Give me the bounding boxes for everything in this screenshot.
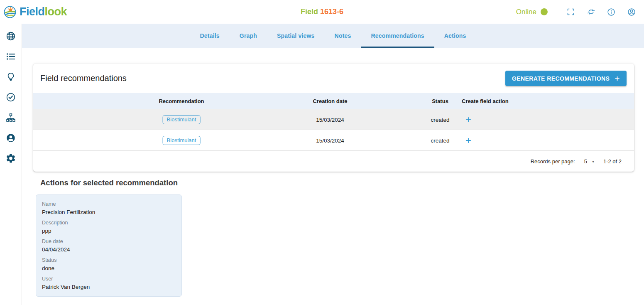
app-header: Fieldlook Field 1613-6 Online bbox=[0, 0, 644, 24]
account-icon bbox=[627, 7, 636, 17]
sidebar-item-tasks[interactable] bbox=[5, 92, 16, 103]
tab-spatial-views[interactable]: Spatial views bbox=[267, 24, 325, 48]
column-header-creation-date: Creation date bbox=[313, 93, 347, 109]
online-status-label: Online bbox=[516, 8, 536, 16]
gear-icon bbox=[5, 153, 16, 164]
sidebar-item-hierarchy[interactable] bbox=[5, 112, 16, 123]
check-circle-icon bbox=[5, 92, 16, 103]
sidebar-item-recommendations[interactable] bbox=[5, 71, 16, 82]
recommendation-cell: Biostimulant bbox=[163, 130, 201, 151]
tab-bar: Details Graph Spatial views Notes Recomm… bbox=[22, 24, 644, 48]
card-header: Field recommendations GENERATE RECOMMEND… bbox=[33, 64, 634, 93]
account-button[interactable] bbox=[623, 4, 640, 20]
creation-date-cell: 15/03/2024 bbox=[316, 109, 344, 130]
sidebar-item-account[interactable] bbox=[5, 133, 16, 143]
sidebar bbox=[0, 24, 22, 305]
creation-date-cell: 15/03/2024 bbox=[316, 130, 344, 151]
field-label: Name bbox=[42, 200, 176, 208]
sidebar-item-map[interactable] bbox=[5, 31, 16, 42]
field-value: Patrick Van Bergen bbox=[42, 283, 176, 291]
create-field-action-button[interactable]: + bbox=[464, 135, 473, 145]
status-cell: created bbox=[431, 130, 449, 151]
pagination-range: 1-2 of 2 bbox=[603, 158, 622, 165]
column-header-status: Status bbox=[432, 93, 448, 109]
create-field-action-cell: + bbox=[464, 130, 473, 151]
online-status-dot bbox=[541, 8, 548, 15]
records-per-page-label: Records per page: bbox=[531, 158, 575, 165]
recommendation-cell: Biostimulant bbox=[163, 109, 201, 130]
main-content: Field recommendations GENERATE RECOMMEND… bbox=[22, 48, 644, 305]
tab-recommendations[interactable]: Recommendations bbox=[361, 24, 434, 48]
page-title-field: Field bbox=[301, 7, 318, 16]
card-title: Field recommendations bbox=[40, 74, 127, 83]
field-group-status: Status done bbox=[42, 256, 176, 272]
table-row[interactable]: Biostimulant 15/03/2024 created + bbox=[33, 109, 634, 130]
brand-name-look: look bbox=[45, 5, 67, 18]
hierarchy-icon bbox=[5, 112, 16, 123]
create-field-action-button[interactable]: + bbox=[464, 115, 473, 125]
generate-recommendations-label: GENERATE RECOMMENDATIONS bbox=[512, 75, 610, 82]
column-header-recommendation: Recommendation bbox=[159, 93, 204, 109]
sync-button[interactable] bbox=[583, 4, 599, 20]
selected-recommendation-card[interactable]: Name Precision Fertilization Description… bbox=[36, 194, 182, 297]
field-value: 04/04/2024 bbox=[42, 246, 176, 253]
online-status: Online bbox=[516, 8, 548, 16]
brand: Fieldlook bbox=[0, 5, 67, 18]
create-field-action-cell: + bbox=[464, 109, 473, 130]
brand-name: Fieldlook bbox=[20, 5, 67, 18]
info-button[interactable] bbox=[603, 4, 620, 20]
fullscreen-icon bbox=[566, 7, 575, 16]
field-value: ppp bbox=[42, 227, 176, 235]
page-title-number: 1613-6 bbox=[320, 7, 343, 16]
tab-graph[interactable]: Graph bbox=[230, 24, 267, 48]
field-label: Status bbox=[42, 256, 176, 264]
field-label: User bbox=[42, 275, 176, 283]
person-icon bbox=[5, 133, 16, 143]
info-icon bbox=[607, 7, 616, 17]
fullscreen-button[interactable] bbox=[562, 4, 579, 20]
recommendation-chip[interactable]: Biostimulant bbox=[163, 115, 201, 124]
records-per-page-select[interactable]: 5 ▾ bbox=[584, 158, 594, 165]
table-row[interactable]: Biostimulant 15/03/2024 created + bbox=[33, 130, 634, 151]
field-group-name: Name Precision Fertilization bbox=[42, 200, 176, 216]
generate-recommendations-button[interactable]: GENERATE RECOMMENDATIONS + bbox=[505, 71, 627, 86]
tab-details[interactable]: Details bbox=[190, 24, 230, 48]
field-label: Description bbox=[42, 219, 176, 227]
field-group-due-date: Due date 04/04/2024 bbox=[42, 238, 176, 253]
actions-section-title: Actions for selected recommendation bbox=[40, 178, 178, 187]
field-group-user: User Patrick Van Bergen bbox=[42, 275, 176, 291]
field-group-description: Description ppp bbox=[42, 219, 176, 235]
status-cell: created bbox=[431, 109, 449, 130]
brand-name-field: Field bbox=[20, 5, 45, 18]
recommendation-chip[interactable]: Biostimulant bbox=[163, 136, 201, 145]
column-header-create-field-action: Create field action bbox=[462, 93, 509, 109]
field-value: Precision Fertilization bbox=[42, 208, 176, 216]
caret-down-icon: ▾ bbox=[592, 159, 594, 164]
table-header-row: Recommendation Creation date Status Crea… bbox=[33, 93, 634, 109]
plus-icon: + bbox=[615, 74, 620, 83]
sync-icon bbox=[587, 7, 595, 16]
fieldlook-logo-icon bbox=[4, 6, 16, 18]
records-per-page-value: 5 bbox=[584, 158, 587, 165]
field-label: Due date bbox=[42, 238, 176, 246]
field-recommendations-card: Field recommendations GENERATE RECOMMEND… bbox=[33, 64, 634, 172]
sidebar-item-list[interactable] bbox=[5, 51, 16, 62]
table-pagination: Records per page: 5 ▾ 1-2 of 2 bbox=[33, 151, 634, 172]
header-controls: Online bbox=[516, 0, 640, 24]
tab-notes[interactable]: Notes bbox=[325, 24, 361, 48]
tab-actions[interactable]: Actions bbox=[434, 24, 476, 48]
lightbulb-icon bbox=[5, 71, 16, 82]
field-value: done bbox=[42, 264, 176, 272]
sidebar-item-settings[interactable] bbox=[5, 153, 16, 164]
list-icon bbox=[5, 51, 16, 62]
globe-icon bbox=[5, 31, 16, 42]
